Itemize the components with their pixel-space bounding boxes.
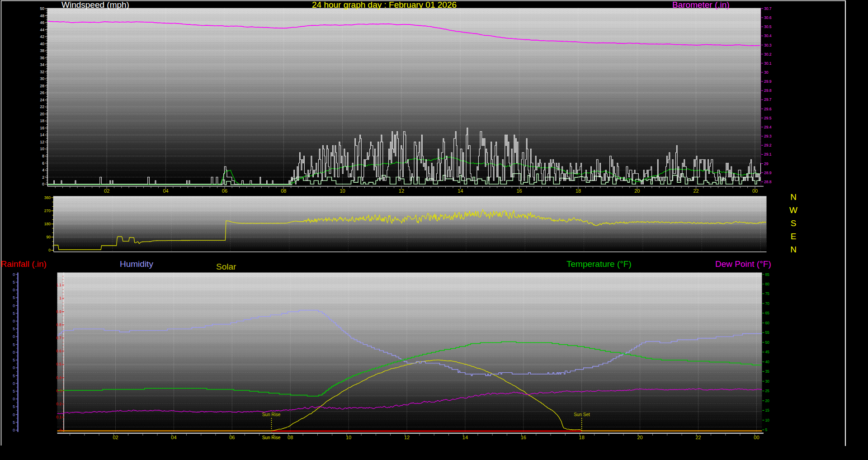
svg-text:N: N bbox=[790, 192, 797, 202]
svg-text:30.5: 30.5 bbox=[764, 24, 772, 29]
svg-text:36: 36 bbox=[40, 56, 45, 60]
svg-text:40: 40 bbox=[765, 360, 769, 364]
svg-text:1.1: 1.1 bbox=[56, 283, 61, 287]
svg-text:29.4: 29.4 bbox=[764, 125, 772, 129]
svg-text:55: 55 bbox=[765, 330, 769, 335]
svg-text:0: 0 bbox=[13, 319, 15, 323]
svg-text:70: 70 bbox=[765, 301, 769, 306]
svg-text:28.8: 28.8 bbox=[764, 180, 772, 184]
svg-text:34: 34 bbox=[40, 62, 45, 67]
svg-text:E: E bbox=[791, 232, 797, 241]
svg-text:42: 42 bbox=[40, 34, 45, 39]
svg-text:65: 65 bbox=[765, 311, 769, 315]
svg-text:N: N bbox=[790, 245, 797, 254]
svg-text:02: 02 bbox=[104, 188, 109, 194]
svg-text:30.7: 30.7 bbox=[764, 6, 772, 11]
svg-text:0.6: 0.6 bbox=[56, 349, 61, 353]
svg-text:14: 14 bbox=[462, 435, 468, 440]
svg-text:Sun Rise: Sun Rise bbox=[262, 412, 281, 417]
svg-text:5: 5 bbox=[13, 404, 15, 409]
svg-text:Barometer (.in): Barometer (.in) bbox=[672, 0, 730, 9]
svg-text:0: 0 bbox=[13, 365, 15, 370]
svg-text:10: 10 bbox=[40, 147, 45, 151]
svg-text:0: 0 bbox=[59, 428, 61, 432]
svg-text:360: 360 bbox=[44, 195, 51, 200]
svg-text:Temperature (°F): Temperature (°F) bbox=[566, 259, 632, 269]
svg-text:2: 2 bbox=[42, 175, 44, 180]
svg-text:44: 44 bbox=[40, 28, 45, 32]
svg-text:0: 0 bbox=[13, 334, 15, 339]
svg-text:30: 30 bbox=[764, 70, 769, 75]
svg-text:5: 5 bbox=[13, 327, 15, 331]
svg-text:16: 16 bbox=[40, 126, 45, 130]
svg-text:5: 5 bbox=[765, 427, 767, 432]
svg-text:00: 00 bbox=[754, 435, 759, 440]
svg-text:29: 29 bbox=[764, 161, 769, 166]
svg-text:0: 0 bbox=[13, 381, 15, 386]
svg-text:02: 02 bbox=[113, 435, 118, 440]
svg-text:60: 60 bbox=[765, 321, 769, 325]
svg-text:06: 06 bbox=[229, 435, 235, 440]
svg-text:26: 26 bbox=[40, 90, 45, 95]
svg-text:0: 0 bbox=[13, 350, 15, 355]
svg-text:15: 15 bbox=[765, 408, 769, 413]
svg-text:90: 90 bbox=[47, 235, 51, 239]
svg-text:24: 24 bbox=[40, 98, 45, 102]
svg-text:00: 00 bbox=[752, 188, 758, 194]
svg-text:38: 38 bbox=[40, 48, 45, 53]
svg-text:8: 8 bbox=[42, 154, 44, 158]
svg-text:5: 5 bbox=[13, 389, 15, 394]
svg-text:50: 50 bbox=[40, 6, 45, 11]
svg-text:0.1: 0.1 bbox=[56, 415, 61, 419]
svg-text:75: 75 bbox=[765, 291, 769, 296]
svg-text:Dew Point (°F): Dew Point (°F) bbox=[715, 259, 771, 269]
svg-text:04: 04 bbox=[163, 188, 168, 194]
svg-text:12: 12 bbox=[399, 188, 404, 194]
svg-text:W: W bbox=[789, 205, 797, 215]
svg-text:30: 30 bbox=[765, 379, 769, 384]
svg-text:Sun Set: Sun Set bbox=[574, 412, 590, 417]
svg-text:14: 14 bbox=[40, 133, 45, 137]
svg-text:0.8: 0.8 bbox=[56, 322, 61, 327]
svg-text:16: 16 bbox=[516, 188, 522, 194]
svg-text:180: 180 bbox=[44, 222, 51, 226]
svg-text:5: 5 bbox=[13, 374, 15, 378]
svg-text:0.4: 0.4 bbox=[56, 375, 61, 380]
svg-text:30.2: 30.2 bbox=[764, 52, 772, 57]
svg-text:29.2: 29.2 bbox=[764, 143, 772, 147]
svg-text:12: 12 bbox=[404, 435, 410, 440]
svg-text:5: 5 bbox=[13, 280, 15, 285]
svg-text:14: 14 bbox=[458, 188, 463, 194]
svg-text:5: 5 bbox=[13, 420, 15, 425]
svg-text:29.3: 29.3 bbox=[764, 134, 772, 138]
svg-text:29.9: 29.9 bbox=[764, 79, 772, 84]
svg-text:24 hour graph day : February 0: 24 hour graph day : February 01 2026 bbox=[312, 0, 457, 9]
svg-text:10: 10 bbox=[340, 188, 345, 194]
svg-text:35: 35 bbox=[765, 369, 769, 374]
svg-text:0.5: 0.5 bbox=[56, 362, 61, 366]
svg-text:30.6: 30.6 bbox=[764, 15, 772, 20]
svg-text:0.3: 0.3 bbox=[56, 389, 61, 393]
svg-text:Humidity: Humidity bbox=[120, 259, 153, 269]
svg-text:0: 0 bbox=[13, 288, 15, 292]
svg-text:0: 0 bbox=[13, 304, 15, 308]
svg-text:1: 1 bbox=[59, 296, 61, 300]
svg-text:25: 25 bbox=[765, 389, 769, 393]
svg-text:45: 45 bbox=[765, 350, 769, 354]
svg-text:Rainfall (.in): Rainfall (.in) bbox=[1, 259, 47, 269]
svg-text:Sun Rise: Sun Rise bbox=[262, 435, 281, 440]
svg-text:0: 0 bbox=[42, 182, 44, 186]
svg-text:85: 85 bbox=[765, 272, 769, 277]
svg-text:4: 4 bbox=[42, 168, 44, 172]
svg-text:0.2: 0.2 bbox=[56, 402, 61, 406]
svg-text:5: 5 bbox=[13, 358, 15, 362]
svg-text:270: 270 bbox=[44, 209, 51, 213]
svg-text:20: 20 bbox=[765, 398, 769, 403]
svg-text:0: 0 bbox=[13, 428, 15, 432]
svg-text:5: 5 bbox=[13, 311, 15, 316]
svg-text:10: 10 bbox=[346, 435, 351, 440]
svg-text:0: 0 bbox=[13, 397, 15, 401]
svg-text:0: 0 bbox=[48, 248, 51, 252]
svg-text:46: 46 bbox=[40, 20, 45, 25]
svg-text:Windspeed (mph): Windspeed (mph) bbox=[61, 0, 129, 9]
